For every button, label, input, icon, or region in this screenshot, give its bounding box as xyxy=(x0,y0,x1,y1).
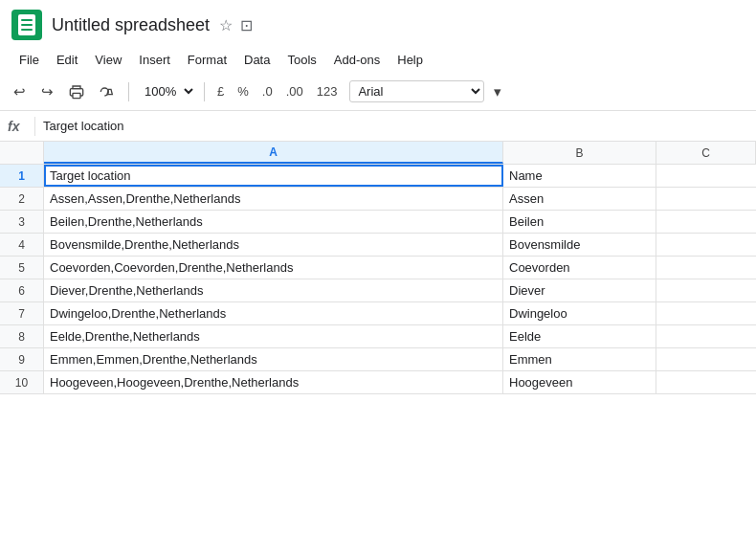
font-select[interactable]: Arial Times New Roman Courier New xyxy=(349,80,484,102)
spreadsheet: A B C 1 Target location Name 2 Assen,Ass… xyxy=(0,142,756,394)
column-header-row: A B C xyxy=(0,142,756,165)
formula-separator xyxy=(34,117,35,136)
cell-a9[interactable]: Emmen,Emmen,Drenthe,Netherlands xyxy=(44,348,503,370)
formula-content[interactable]: Target location xyxy=(43,119,748,133)
cell-a6[interactable]: Diever,Drenthe,Netherlands xyxy=(44,279,503,301)
col-header-a[interactable]: A xyxy=(44,142,503,164)
cell-b2[interactable]: Assen xyxy=(503,188,656,210)
cell-b4[interactable]: Bovensmilde xyxy=(503,234,656,256)
col-header-c[interactable]: C xyxy=(656,142,756,164)
table-row: 3 Beilen,Drenthe,Netherlands Beilen xyxy=(0,211,756,234)
menu-data[interactable]: Data xyxy=(236,50,278,70)
table-row: 2 Assen,Assen,Drenthe,Netherlands Assen xyxy=(0,188,756,211)
menu-insert[interactable]: Insert xyxy=(131,50,178,70)
toolbar: ↩ ↪ 100% 75% 50% 150% £ % .0 .00 123 Ari… xyxy=(0,73,756,111)
undo-button[interactable]: ↩ xyxy=(8,79,32,104)
cell-b1[interactable]: Name xyxy=(503,165,656,187)
svg-rect-0 xyxy=(73,93,80,98)
row-num-2[interactable]: 2 xyxy=(0,188,44,210)
col-header-b[interactable]: B xyxy=(503,142,656,164)
decimal-decrease-button[interactable]: .0 xyxy=(257,81,278,101)
menu-help[interactable]: Help xyxy=(389,50,431,70)
document-title[interactable]: Untitled spreadsheet xyxy=(52,15,210,35)
row-num-6[interactable]: 6 xyxy=(0,279,44,301)
cell-a5[interactable]: Coevorden,Coevorden,Drenthe,Netherlands xyxy=(44,257,503,279)
title-bar: Untitled spreadsheet ☆ ⊡ xyxy=(0,0,756,46)
format-123-button[interactable]: 123 xyxy=(312,81,343,101)
cell-a3[interactable]: Beilen,Drenthe,Netherlands xyxy=(44,211,503,233)
row-num-4[interactable]: 4 xyxy=(0,234,44,256)
table-row: 4 Bovensmilde,Drenthe,Netherlands Bovens… xyxy=(0,234,756,257)
menu-format[interactable]: Format xyxy=(180,50,234,70)
fx-label: fx xyxy=(8,119,27,134)
cell-a4[interactable]: Bovensmilde,Drenthe,Netherlands xyxy=(44,234,503,256)
cell-c2[interactable] xyxy=(656,188,756,210)
row-num-3[interactable]: 3 xyxy=(0,211,44,233)
cell-c6[interactable] xyxy=(656,279,756,301)
percent-button[interactable]: % xyxy=(233,81,254,101)
row-num-8[interactable]: 8 xyxy=(0,325,44,347)
cell-c1[interactable] xyxy=(656,165,756,187)
cell-a1[interactable]: Target location xyxy=(44,165,503,187)
cell-b9[interactable]: Emmen xyxy=(503,348,656,370)
cell-b3[interactable]: Beilen xyxy=(503,211,656,233)
menu-tools[interactable]: Tools xyxy=(279,50,323,70)
table-row: 10 Hoogeveen,Hoogeveen,Drenthe,Netherlan… xyxy=(0,371,756,394)
paint-format-button[interactable] xyxy=(94,80,121,103)
cell-a7[interactable]: Dwingeloo,Drenthe,Netherlands xyxy=(44,302,503,324)
table-row: 9 Emmen,Emmen,Drenthe,Netherlands Emmen xyxy=(0,348,756,371)
cell-c4[interactable] xyxy=(656,234,756,256)
menu-addons[interactable]: Add-ons xyxy=(326,50,388,70)
cell-c8[interactable] xyxy=(656,325,756,347)
currency-pound-button[interactable]: £ xyxy=(212,81,229,101)
cell-a2[interactable]: Assen,Assen,Drenthe,Netherlands xyxy=(44,188,503,210)
star-icon[interactable]: ☆ xyxy=(219,16,233,34)
cell-b10[interactable]: Hoogeveen xyxy=(503,371,656,393)
cell-a10[interactable]: Hoogeveen,Hoogeveen,Drenthe,Netherlands xyxy=(44,371,503,393)
table-row: 6 Diever,Drenthe,Netherlands Diever xyxy=(0,279,756,302)
menu-edit[interactable]: Edit xyxy=(49,50,85,70)
move-to-drive-icon[interactable]: ⊡ xyxy=(240,16,253,34)
font-dropdown-icon[interactable]: ▾ xyxy=(488,79,507,104)
app-icon xyxy=(11,10,42,40)
cell-c3[interactable] xyxy=(656,211,756,233)
cell-a8[interactable]: Eelde,Drenthe,Netherlands xyxy=(44,325,503,347)
formula-bar: fx Target location xyxy=(0,111,756,142)
menu-file[interactable]: File xyxy=(11,50,47,70)
cell-b7[interactable]: Dwingeloo xyxy=(503,302,656,324)
row-num-10[interactable]: 10 xyxy=(0,371,44,393)
menu-bar: File Edit View Insert Format Data Tools … xyxy=(0,46,756,73)
toolbar-separator-2 xyxy=(204,82,205,101)
title-icons: ☆ ⊡ xyxy=(219,16,253,34)
print-button[interactable] xyxy=(63,80,90,103)
cell-b6[interactable]: Diever xyxy=(503,279,656,301)
row-num-5[interactable]: 5 xyxy=(0,257,44,279)
table-row: 7 Dwingeloo,Drenthe,Netherlands Dwingelo… xyxy=(0,302,756,325)
menu-view[interactable]: View xyxy=(87,50,129,70)
redo-button[interactable]: ↪ xyxy=(35,79,59,104)
table-row: 5 Coevorden,Coevorden,Drenthe,Netherland… xyxy=(0,257,756,279)
row-num-1[interactable]: 1 xyxy=(0,165,44,187)
zoom-select[interactable]: 100% 75% 50% 150% xyxy=(137,81,196,101)
row-num-9[interactable]: 9 xyxy=(0,348,44,370)
table-row: 1 Target location Name xyxy=(0,165,756,188)
table-row: 8 Eelde,Drenthe,Netherlands Eelde xyxy=(0,325,756,348)
cell-b5[interactable]: Coevorden xyxy=(503,257,656,279)
toolbar-separator-1 xyxy=(128,82,129,101)
row-num-header xyxy=(0,142,44,164)
cell-b8[interactable]: Eelde xyxy=(503,325,656,347)
row-num-7[interactable]: 7 xyxy=(0,302,44,324)
cell-c10[interactable] xyxy=(656,371,756,393)
cell-c9[interactable] xyxy=(656,348,756,370)
cell-c5[interactable] xyxy=(656,257,756,279)
decimal-increase-button[interactable]: .00 xyxy=(281,81,308,101)
cell-c7[interactable] xyxy=(656,302,756,324)
